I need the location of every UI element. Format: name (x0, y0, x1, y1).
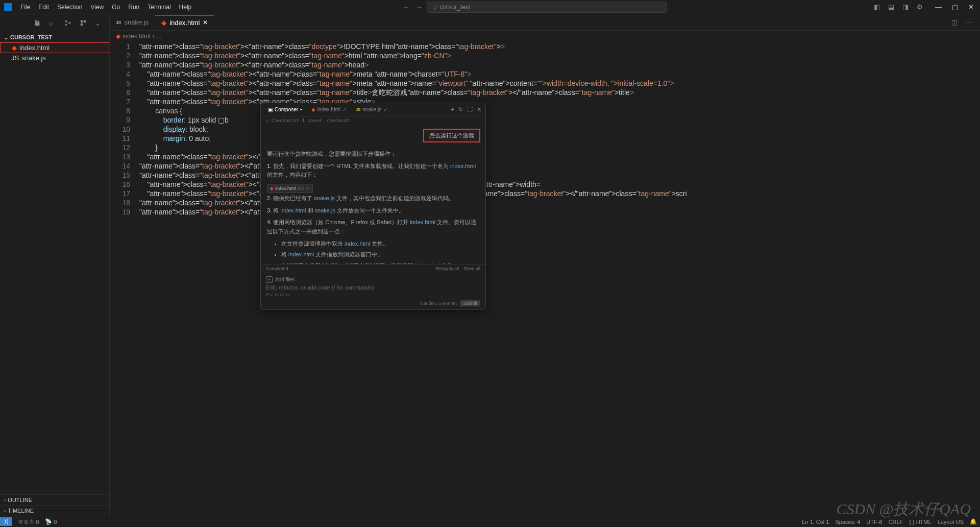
plus-icon[interactable]: + (451, 106, 454, 113)
file-item-index.html[interactable]: ◆index.html (0, 42, 109, 53)
chevron-right-icon: › (4, 508, 6, 514)
line-number: 10 (110, 125, 130, 134)
notifications-icon[interactable]: 🔔 (967, 517, 980, 526)
file-icon-html: ◆ (12, 44, 17, 52)
ports-indicator[interactable]: 📡0 (42, 517, 60, 526)
cursor-position[interactable]: Ln 1, Col 1 (799, 518, 832, 526)
composer-input[interactable]: Edit, refactor, or add code (/ for comma… (266, 284, 480, 291)
nav-back-icon[interactable]: ← (403, 3, 410, 11)
file-item-snake.js[interactable]: JSsnake.js (0, 53, 109, 63)
bullet-item: 将 index.html 文件拖放到浏览器窗口中。 (281, 250, 479, 259)
save-all-link[interactable]: Save all (464, 266, 480, 271)
window-minimize-icon[interactable]: — (935, 3, 942, 11)
line-number: 11 (110, 134, 130, 143)
menu-help[interactable]: Help (175, 2, 196, 13)
line-number: 14 (110, 161, 130, 171)
checkpoint-info: ○ Checkpoint 1 saved. checkout (261, 116, 485, 125)
svg-point-0 (65, 20, 67, 22)
layout-primary-icon[interactable]: ◧ (874, 3, 882, 11)
eol[interactable]: CRLF (886, 518, 906, 526)
code-line[interactable]: "attr-name">class="tag-bracket"><"attr-n… (139, 79, 980, 88)
code-line[interactable]: "attr-name">class="tag-bracket"><"attr-n… (139, 42, 980, 51)
tab-index.html[interactable]: ◆index.html✕ (155, 15, 214, 30)
file-icon-js: JS (116, 20, 121, 25)
line-number: 15 (110, 171, 130, 180)
keyboard-layout[interactable]: Layout US (935, 518, 967, 526)
window-maximize-icon[interactable]: ▢ (952, 3, 958, 11)
reapply-all-link[interactable]: Reapply all (436, 266, 459, 271)
file-name: index.html (19, 44, 50, 52)
composer-response: 要运行这个贪吃蛇游戏，您需要按照以下步骤操作： 1. 首先，我们需要创建一个 H… (261, 147, 485, 264)
line-number: 12 (110, 143, 130, 152)
check-icon: ✓ (306, 185, 310, 192)
code-line[interactable]: "attr-name">class="tag-bracket"><"attr-n… (139, 69, 980, 79)
code-line[interactable]: "attr-name">class="tag-bracket"><"attr-n… (139, 88, 980, 97)
command-center-search[interactable]: ⌕ cursor_test (427, 2, 667, 13)
code-line[interactable]: "attr-name">class="tag-bracket"><"attr-n… (139, 51, 980, 60)
more-actions-icon[interactable]: ⋯ (966, 18, 974, 27)
project-header[interactable]: ⌄ CURSOR_TEST (0, 32, 109, 42)
breadcrumb[interactable]: ◆ index.html › ... (110, 31, 980, 42)
bullet-item: 在浏览器中使用 "文件" -> "打开文件" 选项，然后选择 index.htm… (281, 261, 479, 264)
response-intro: 要运行这个贪吃蛇游戏，您需要按照以下步骤操作： (267, 150, 479, 159)
submit-button[interactable]: Submit (460, 300, 480, 306)
close-icon[interactable]: ✕ (203, 19, 208, 26)
indentation[interactable]: Spaces: 4 (832, 518, 863, 526)
code-line[interactable]: "attr-name">class="tag-bracket"><"attr-n… (139, 60, 980, 69)
menu-edit[interactable]: Edit (34, 2, 53, 13)
editor-area: JSsnake.js◆index.html✕ ◫ ⋯ ◆ index.html … (110, 14, 980, 516)
model-selector[interactable]: claude-3.5-sonnet (420, 301, 457, 306)
tabs-bar: JSsnake.js◆index.html✕ ◫ ⋯ (110, 14, 980, 31)
line-number: 17 (110, 189, 130, 198)
menu-file[interactable]: File (16, 2, 34, 13)
layout-panel-icon[interactable]: ⬓ (888, 3, 896, 11)
plus-icon: + (266, 276, 273, 283)
project-name: CURSOR_TEST (10, 34, 52, 40)
menu-go[interactable]: Go (108, 2, 124, 13)
status-completed: Completed (266, 266, 288, 271)
composer-tab-index.html[interactable]: ◆index.html ✓ (308, 106, 350, 113)
layout-secondary-icon[interactable]: ◨ (902, 3, 911, 11)
more-icon[interactable]: ⋯ (442, 106, 447, 113)
close-icon[interactable]: ✕ (477, 106, 481, 113)
window-close-icon[interactable]: ✕ (968, 3, 974, 11)
tab-snake.js[interactable]: JSsnake.js (110, 15, 155, 30)
line-number: 9 (110, 115, 130, 125)
remote-indicator[interactable]: ⟩⟨ (0, 517, 12, 526)
esc-hint: Esc to close (266, 292, 480, 297)
language-mode[interactable]: { } HTML (906, 518, 934, 526)
extensions-icon[interactable] (80, 19, 88, 28)
explorer-icon[interactable] (34, 19, 42, 28)
settings-gear-icon[interactable]: ⚙ (917, 3, 925, 11)
breadcrumb-item: index.html (122, 33, 151, 40)
line-number: 2 (110, 51, 130, 60)
composer-tab-snake.js[interactable]: JSsnake.js ✓ (353, 106, 390, 113)
problems-indicator[interactable]: ⊘0 ⚠0 (15, 517, 42, 526)
add-files-button[interactable]: + Add files (266, 276, 480, 283)
chevron-right-icon: › (153, 33, 155, 40)
composer-tab-Composer[interactable]: ▣Composer • (265, 106, 305, 113)
section-timeline[interactable]: ›TIMELINE (0, 505, 109, 516)
file-tree: ◆index.htmlJSsnake.js (0, 42, 109, 494)
expand-icon[interactable]: ⛶ (467, 106, 473, 113)
file-chip[interactable]: ◆ index.html 2/2 ✓ (267, 184, 313, 193)
file-icon-html: ◆ (270, 185, 274, 192)
svg-rect-4 (84, 20, 86, 22)
nav-forward-icon[interactable]: → (416, 3, 423, 11)
menu-terminal[interactable]: Terminal (143, 2, 175, 13)
menu-run[interactable]: Run (124, 2, 143, 13)
split-editor-icon[interactable]: ◫ (951, 18, 960, 27)
encoding[interactable]: UTF-8 (863, 518, 885, 526)
more-icon[interactable]: ⌄ (95, 19, 103, 28)
history-icon[interactable]: ↻ (458, 106, 463, 113)
source-control-icon[interactable] (64, 19, 72, 28)
menu-selection[interactable]: Selection (53, 2, 86, 13)
menu-view[interactable]: View (86, 2, 108, 13)
search-icon[interactable]: ⌕ (49, 19, 57, 28)
code-editor[interactable]: 12345678910111213141516171819 "attr-name… (110, 42, 980, 516)
line-number: 18 (110, 198, 130, 207)
section-outline[interactable]: ›OUTLINE (0, 494, 109, 505)
app-icon (4, 3, 12, 11)
file-icon-html: ◆ (161, 19, 166, 27)
chevron-down-icon: ⌄ (4, 35, 8, 40)
